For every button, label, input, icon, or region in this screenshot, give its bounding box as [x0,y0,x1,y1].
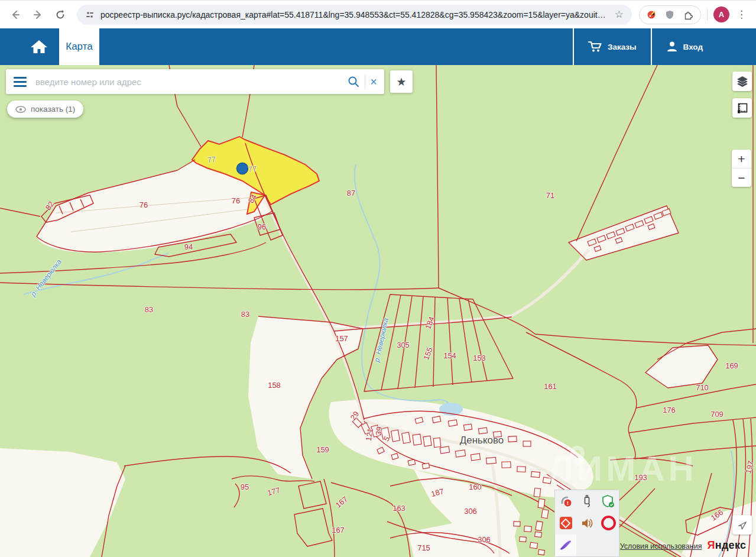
map-search-bar: × [6,69,384,94]
profile-avatar[interactable]: A [713,7,729,22]
shield-extension-icon[interactable] [665,9,674,20]
orders-label: Заказы [608,43,637,51]
forward-icon [33,9,43,20]
back-button[interactable] [6,5,25,24]
zoom-control: + − [732,150,751,187]
locate-button[interactable] [732,515,752,535]
tray-volume-icon[interactable] [576,512,598,534]
site-info-icon[interactable] [85,10,95,20]
zoom-out-button[interactable]: − [732,169,751,187]
measure-button[interactable] [732,98,752,118]
reload-button[interactable] [51,5,70,24]
forward-button[interactable] [28,5,47,24]
layers-button[interactable] [732,72,752,91]
tab-map[interactable]: Карта [59,28,99,65]
tray-device-alert-icon[interactable]: ! [555,490,576,512]
zoom-in-button[interactable]: + [732,150,751,169]
url-text: росреестр-выписка.рус/кадастровая_карта#… [100,10,609,20]
favorites-button[interactable]: ★ [390,70,413,93]
tray-antivirus-shield-icon[interactable] [598,490,619,512]
address-bar[interactable]: росреестр-выписка.рус/кадастровая_карта#… [77,5,632,25]
parcel-marker-dot[interactable] [237,163,248,174]
orders-button[interactable]: Заказы [573,28,651,65]
tray-feather-pen-icon[interactable] [555,535,576,556]
layers-icon [736,76,748,88]
reload-icon [55,9,66,20]
extension-badge-icon[interactable] [647,9,657,20]
clear-search-button[interactable]: × [370,75,384,89]
home-button[interactable] [19,28,59,65]
ruler-icon [736,102,748,114]
tray-empty-cell [576,535,598,556]
home-icon [30,38,48,55]
system-tray-popup: ! [554,490,619,557]
show-results-button[interactable]: показать (1) [7,101,83,118]
hamburger-icon [14,77,27,79]
menu-button[interactable] [6,69,34,94]
location-arrow-icon [736,519,748,531]
cart-icon [588,41,602,53]
yandex-logo[interactable]: Яндекс [707,539,746,552]
login-button[interactable]: Вход [651,28,756,65]
tray-opera-icon[interactable] [598,512,619,534]
tray-usb-drive-icon[interactable] [576,490,598,512]
map-canvas [0,65,756,557]
search-icon[interactable] [347,75,360,88]
toolbar-separator [707,9,708,21]
site-header: Карта Заказы Вход [0,28,756,65]
show-results-label: показать (1) [31,105,75,114]
tray-screen-recorder-icon[interactable] [555,512,576,534]
extensions-group [639,5,701,24]
back-icon [10,9,21,20]
search-divider [365,75,365,88]
eye-icon [15,106,26,113]
hamburger-icon [14,81,27,83]
extensions-puzzle-icon[interactable] [683,9,693,20]
terms-link[interactable]: Условия использования [620,542,702,550]
hamburger-icon [14,85,27,87]
svg-text:!: ! [567,500,569,506]
tray-empty-cell [598,535,619,556]
browser-menu-button[interactable]: ⋮ [733,8,750,21]
bookmark-star-icon[interactable]: ☆ [615,8,624,21]
login-label: Вход [683,43,703,51]
search-input[interactable] [34,76,347,88]
cadastral-map[interactable]: ЛИМАН 7777827676849694877183831573051841… [0,65,756,557]
header-spacer [99,28,573,65]
browser-toolbar: росреестр-выписка.рус/кадастровая_карта#… [0,0,756,28]
user-icon [666,41,678,53]
